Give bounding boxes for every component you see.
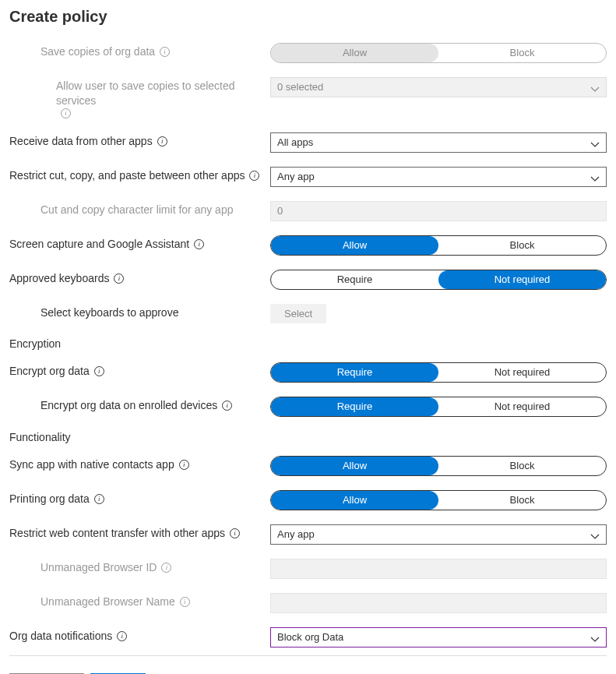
- info-icon[interactable]: [94, 366, 104, 376]
- restrict-web-label: Restrict web content transfer with other…: [9, 524, 270, 541]
- info-icon[interactable]: [179, 460, 189, 470]
- page-title: Create policy: [9, 8, 607, 26]
- notifications-label: Org data notifications: [9, 627, 270, 644]
- approved-kb-toggle[interactable]: Require Not required: [270, 270, 607, 290]
- info-icon[interactable]: [114, 273, 124, 284]
- toggle-opt-block: Block: [438, 44, 606, 62]
- toggle-opt-notrequired[interactable]: Not required: [438, 270, 606, 289]
- browser-name-input: [270, 593, 607, 613]
- printing-toggle[interactable]: Allow Block: [270, 490, 607, 510]
- select-value: Any app: [277, 171, 315, 182]
- chevron-down-icon: [590, 137, 601, 148]
- sync-contacts-label: Sync app with native contacts app: [9, 456, 270, 472]
- section-encryption: Encryption: [9, 337, 607, 350]
- save-copies-services-label: Allow user to save copies to selected se…: [9, 77, 270, 118]
- info-icon[interactable]: [160, 47, 170, 57]
- toggle-opt-notrequired[interactable]: Not required: [438, 397, 606, 416]
- chevron-down-icon: [590, 82, 601, 93]
- ccp-limit-input: 0: [270, 201, 607, 221]
- browser-id-label: Unmanaged Browser ID: [9, 559, 270, 575]
- restrict-ccp-select[interactable]: Any app: [270, 167, 607, 187]
- toggle-opt-block[interactable]: Block: [438, 457, 606, 475]
- chevron-down-icon: [590, 632, 601, 643]
- encrypt-enrolled-toggle[interactable]: Require Not required: [270, 397, 607, 417]
- toggle-opt-require[interactable]: Require: [271, 363, 438, 382]
- toggle-opt-require[interactable]: Require: [271, 397, 438, 416]
- screen-capture-label: Screen capture and Google Assistant: [9, 235, 270, 252]
- toggle-opt-allow: Allow: [271, 44, 438, 62]
- browser-name-label: Unmanaged Browser Name: [9, 593, 270, 609]
- restrict-ccp-label: Restrict cut, copy, and paste between ot…: [9, 167, 270, 183]
- receive-data-select[interactable]: All apps: [270, 132, 607, 153]
- restrict-web-select[interactable]: Any app: [270, 524, 607, 545]
- receive-data-label: Receive data from other apps: [9, 132, 270, 149]
- toggle-opt-allow[interactable]: Allow: [271, 491, 438, 510]
- save-copies-services-select: 0 selected: [270, 77, 607, 97]
- info-icon[interactable]: [249, 171, 259, 181]
- info-icon[interactable]: [117, 631, 127, 641]
- wizard-footer: Previous Next: [9, 655, 607, 674]
- chevron-down-icon: [590, 171, 601, 182]
- select-value: 0 selected: [277, 81, 323, 93]
- info-icon[interactable]: [61, 108, 71, 118]
- toggle-opt-allow[interactable]: Allow: [271, 236, 438, 255]
- section-functionality: Functionality: [9, 431, 607, 443]
- select-value: All apps: [277, 136, 313, 148]
- save-copies-toggle: Allow Block: [270, 43, 607, 63]
- ccp-limit-label: Cut and copy character limit for any app: [9, 201, 270, 217]
- toggle-opt-block[interactable]: Block: [438, 236, 606, 255]
- save-copies-label: Save copies of org data: [9, 43, 270, 59]
- info-icon[interactable]: [157, 136, 167, 146]
- info-icon[interactable]: [180, 597, 190, 607]
- info-icon[interactable]: [161, 563, 171, 573]
- info-icon[interactable]: [222, 401, 232, 411]
- select-kb-label: Select keyboards to approve: [9, 304, 270, 320]
- encrypt-enrolled-label: Encrypt org data on enrolled devices: [9, 397, 270, 413]
- select-value: Block org Data: [277, 631, 343, 643]
- info-icon[interactable]: [94, 494, 104, 504]
- browser-id-input: [270, 559, 607, 579]
- notifications-select[interactable]: Block org Data: [270, 627, 607, 648]
- select-keyboards-button: Select: [270, 304, 326, 323]
- select-value: Any app: [277, 528, 315, 540]
- sync-contacts-toggle[interactable]: Allow Block: [270, 456, 607, 476]
- info-icon[interactable]: [230, 528, 240, 538]
- screen-capture-toggle[interactable]: Allow Block: [270, 235, 607, 256]
- toggle-opt-notrequired[interactable]: Not required: [438, 363, 606, 382]
- encrypt-org-label: Encrypt org data: [9, 362, 270, 379]
- info-icon[interactable]: [194, 239, 204, 249]
- toggle-opt-allow[interactable]: Allow: [271, 457, 438, 475]
- toggle-opt-require[interactable]: Require: [271, 270, 438, 289]
- toggle-opt-block[interactable]: Block: [438, 491, 606, 510]
- printing-label: Printing org data: [9, 490, 270, 506]
- chevron-down-icon: [590, 529, 601, 540]
- approved-kb-label: Approved keyboards: [9, 270, 270, 286]
- encrypt-org-toggle[interactable]: Require Not required: [270, 362, 607, 383]
